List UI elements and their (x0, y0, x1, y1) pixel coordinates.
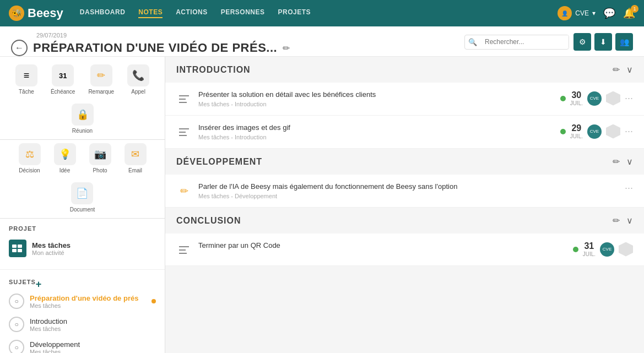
echeance-label: Échéance (51, 89, 75, 95)
photo-label: Photo (93, 167, 107, 173)
right-panel: INTRODUCTION ✏ ∨ (165, 57, 644, 353)
svg-rect-1 (18, 245, 22, 248)
users-button[interactable]: 👥 (615, 33, 633, 51)
section-actions-introduction: ✏ ∨ (613, 64, 633, 75)
pencil-icon: ✏ (176, 183, 192, 199)
section-introduction: INTRODUCTION ✏ ∨ (165, 57, 644, 149)
filter-button[interactable]: ⚙ (573, 33, 591, 51)
table-row: Insérer des images et des gif Mes tâches… (165, 116, 644, 149)
add-subject-button[interactable]: + (36, 279, 42, 289)
chevron-down-icon: ▾ (592, 9, 596, 17)
page-title: PRÉPARATION D'UNE VIDÉO DE PRÉS... (33, 41, 277, 55)
toolbar-document[interactable]: 📄 Document (64, 179, 101, 216)
section-conclusion: CONCLUSION ✏ ∨ (165, 208, 644, 266)
toolbar-email[interactable]: ✉ Email (119, 140, 152, 177)
tache-label: Tâche (19, 89, 34, 95)
toolbar-idee[interactable]: 💡 Idée (48, 140, 82, 177)
subject-label-introduction: Introduction (30, 317, 67, 325)
toolbar-tache[interactable]: ≡ Tâche (10, 61, 43, 98)
toolbar-echeance[interactable]: 31 Échéance (45, 61, 80, 98)
user-avatar: 👤 (558, 6, 572, 20)
main-content: INTRODUCTION ✏ ∨ (165, 57, 644, 353)
project-name: Mes tâches (32, 241, 71, 249)
nav-links: DASHBOARD NOTES ACTIONS PERSONNES PROJET… (80, 8, 311, 18)
subject-label-developpement: Développement (30, 340, 80, 349)
collapse-section-conclusion-button[interactable]: ∨ (626, 215, 633, 226)
user-name: CVE (575, 9, 589, 17)
logo-icon: 🐝 (9, 6, 24, 21)
table-row: ✏ Parler de l'IA de Beesy mais également… (165, 175, 644, 208)
row-content: Terminer par un QR Code (198, 241, 566, 252)
reunion-icon: 🔒 (72, 104, 94, 126)
row-content: Présenter la solution en détail avec les… (198, 90, 554, 107)
subject-introduction[interactable]: ○ Introduction Mes tâches (9, 313, 156, 336)
notifications-button[interactable]: 🔔 1 (623, 7, 635, 19)
row-more-button[interactable]: ··· (625, 126, 633, 137)
toolbar-reunion[interactable]: 🔒 Réunion (66, 100, 99, 137)
idee-label: Idée (59, 167, 70, 173)
section-body-conclusion: Terminer par un QR Code 31 JUIL. CVE (165, 233, 644, 266)
toolbar-decision[interactable]: ⚖ Décision (13, 140, 46, 177)
messages-button[interactable]: 💬 (603, 7, 615, 19)
collapse-section-introduction-button[interactable]: ∨ (626, 64, 633, 75)
svg-rect-3 (18, 249, 22, 252)
subject-video[interactable]: ○ Préparation d'une vidéo de prés Mes tâ… (9, 290, 156, 313)
row-title: Terminer par un QR Code (198, 241, 566, 249)
subject-developpement[interactable]: ○ Développement Mes tâches (9, 336, 156, 353)
row-date: 29 JUIL. (570, 123, 583, 139)
subjects-section: SUJETS + ○ Préparation d'une vidéo de pr… (0, 272, 165, 353)
search-input[interactable] (480, 35, 569, 48)
subjects-title: SUJETS (9, 279, 36, 285)
date-mon: JUIL. (583, 251, 596, 257)
toolbar-appel[interactable]: 📞 Appel (122, 61, 155, 98)
edit-section-conclusion-button[interactable]: ✏ (613, 215, 620, 226)
decision-icon: ⚖ (19, 143, 41, 165)
project-item[interactable]: Mes tâches Mon activité (9, 236, 156, 260)
decision-label: Décision (19, 167, 40, 173)
edit-section-developpement-button[interactable]: ✏ (613, 156, 620, 167)
main-area: ≡ Tâche 31 Échéance ✏ Remarque 📞 Appel (0, 57, 644, 353)
nav-dashboard[interactable]: DASHBOARD (80, 8, 126, 18)
nav-personnes[interactable]: PERSONNES (221, 8, 265, 18)
sidebar: ≡ Tâche 31 Échéance ✏ Remarque 📞 Appel (0, 57, 165, 353)
project-icon (9, 240, 26, 257)
search-box: 🔍 (464, 35, 569, 50)
subject-dot-video (151, 299, 156, 303)
collapse-section-developpement-button[interactable]: ∨ (626, 156, 633, 167)
logo: 🐝 Beesy (9, 6, 63, 21)
reunion-label: Réunion (72, 128, 93, 134)
row-avatar: CVE (587, 124, 602, 139)
section-body-developpement: ✏ Parler de l'IA de Beesy mais également… (165, 175, 644, 208)
download-button[interactable]: ⬇ (594, 33, 612, 51)
project-sub: Mon activité (32, 249, 71, 256)
back-button[interactable]: ← (11, 40, 28, 56)
toolbar-remarque[interactable]: ✏ Remarque (83, 61, 120, 98)
row-more-button[interactable]: ··· (625, 182, 633, 194)
subject-sub-video: Mes tâches (30, 302, 138, 309)
user-menu[interactable]: 👤 CVE ▾ (558, 6, 596, 20)
task-icon (176, 124, 192, 140)
row-subtitle: Mes tâches - Introduction (198, 101, 554, 107)
header-actions: ⚙ ⬇ 👥 (573, 33, 633, 51)
task-icon (176, 91, 192, 107)
tache-icon: ≡ (15, 64, 37, 86)
nav-notes[interactable]: NOTES (138, 8, 163, 18)
svg-rect-2 (12, 249, 17, 252)
row-meta: 29 JUIL. CVE ··· (560, 123, 633, 139)
row-more-button[interactable]: ··· (625, 93, 633, 104)
edit-title-button[interactable]: ✏ (283, 43, 290, 53)
document-icon: 📄 (71, 182, 93, 204)
nav-actions[interactable]: ACTIONS (176, 8, 208, 18)
nav-projets[interactable]: PROJETS (278, 8, 311, 18)
edit-section-introduction-button[interactable]: ✏ (613, 64, 620, 75)
hex-shape (606, 124, 620, 139)
row-subtitle: Mes tâches - Développement (198, 193, 618, 199)
hex-shape (619, 242, 633, 257)
row-title: Insérer des images et des gif (198, 123, 554, 132)
table-row: Terminer par un QR Code 31 JUIL. CVE (165, 233, 644, 266)
top-navigation: 🐝 Beesy DASHBOARD NOTES ACTIONS PERSONNE… (0, 0, 644, 26)
status-dot (573, 247, 578, 252)
toolbar-photo[interactable]: 📷 Photo (84, 140, 117, 177)
section-title-introduction: INTRODUCTION (176, 65, 613, 75)
row-content: Parler de l'IA de Beesy mais également d… (198, 182, 618, 199)
